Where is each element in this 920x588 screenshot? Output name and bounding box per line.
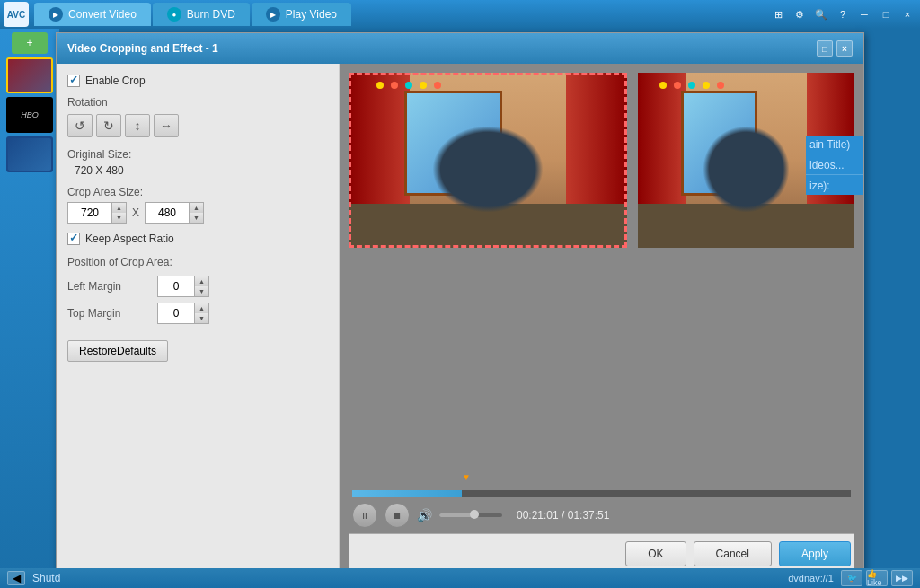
sidebar-thumb-3[interactable] — [6, 136, 53, 172]
left-margin-label: Left Margin — [67, 280, 157, 293]
dialog-action-buttons: OK Cancel Apply — [349, 533, 854, 570]
width-input-group: ▲ ▼ — [67, 202, 127, 224]
burn-icon: ● — [167, 7, 181, 22]
forward-icon[interactable]: ▶▶ — [891, 570, 913, 586]
lights-decoration — [376, 82, 627, 89]
keep-aspect-row: Keep Aspect Ratio — [67, 233, 328, 245]
crop-effect-dialog: Video Cropping and Effect - 1 □ × Enable… — [56, 32, 864, 580]
width-decrement-button[interactable]: ▼ — [111, 213, 126, 223]
twitter-icon[interactable]: 🐦 — [841, 570, 862, 586]
dialog-body: Enable Crop Rotation ↺ ↻ ↕ ↔ Original Si… — [57, 64, 863, 579]
left-margin-input-group: ▲ ▼ — [157, 276, 209, 297]
width-spin-buttons: ▲ ▼ — [111, 203, 126, 223]
cancel-button[interactable]: Cancel — [694, 541, 772, 566]
enable-crop-row: Enable Crop — [67, 75, 328, 87]
top-margin-increment-button[interactable]: ▲ — [194, 303, 208, 313]
dialog-title-bar: Video Cropping and Effect - 1 □ × — [57, 33, 863, 64]
playback-section: ▼ ⏸ ⏹ 🔊 00:21:01 / 01:37:51 — [349, 470, 854, 533]
rotate-left-button[interactable]: ↺ — [67, 114, 93, 137]
sidebar-thumb-1[interactable] — [6, 57, 53, 93]
volume-icon: 🔊 — [417, 508, 432, 522]
pause-button[interactable]: ⏸ — [352, 503, 377, 528]
progress-fill — [352, 490, 462, 497]
progress-marker-container: ▼ — [352, 470, 851, 483]
top-margin-input[interactable] — [158, 303, 194, 323]
dialog-close-btn[interactable]: × — [836, 40, 853, 57]
keep-aspect-checkbox[interactable] — [67, 233, 80, 245]
settings-btn[interactable]: ⚙ — [791, 5, 809, 23]
monitor-btn[interactable]: ⊞ — [769, 5, 787, 23]
sidebar-thumb-2[interactable]: HBO — [6, 97, 53, 133]
playback-controls: ⏸ ⏹ 🔊 00:21:01 / 01:37:51 — [352, 497, 851, 533]
width-increment-button[interactable]: ▲ — [111, 203, 126, 213]
height-spin-buttons: ▲ ▼ — [189, 203, 203, 223]
tab-convert[interactable]: ▶ Convert Video — [34, 3, 151, 26]
left-margin-row: Left Margin ▲ ▼ — [67, 276, 328, 297]
top-margin-row: Top Margin ▲ ▼ — [67, 303, 328, 324]
enable-crop-label: Enable Crop — [85, 75, 146, 87]
close-btn[interactable]: × — [898, 5, 916, 23]
tab-convert-label: Convert Video — [68, 8, 137, 21]
tab-burn-label: Burn DVD — [187, 8, 235, 21]
left-margin-input[interactable] — [158, 276, 194, 296]
crop-preview-container — [349, 73, 627, 261]
right-lights-decoration — [659, 82, 854, 89]
top-margin-decrement-button[interactable]: ▼ — [194, 313, 208, 323]
right-label-3[interactable]: ize): — [806, 177, 863, 195]
add-video-button[interactable]: + — [12, 32, 48, 54]
flip-vertical-button[interactable]: ↕ — [125, 114, 150, 137]
right-preview-chars — [703, 126, 789, 214]
status-bar: ◀ Shutd dvdnav://1 🐦 👍 Like ▶▶ — [0, 568, 920, 588]
restore-defaults-button[interactable]: RestoreDefaults — [67, 340, 168, 362]
search-btn[interactable]: 🔍 — [812, 5, 830, 23]
volume-slider[interactable] — [439, 513, 502, 517]
maximize-btn[interactable]: □ — [877, 5, 895, 23]
left-sidebar: + HBO — [0, 29, 59, 588]
rotation-section: Rotation ↺ ↻ ↕ ↔ — [67, 96, 328, 137]
app-logo: AVC — [4, 2, 29, 27]
facebook-like-icon[interactable]: 👍 Like — [866, 570, 888, 586]
tab-burn[interactable]: ● Burn DVD — [153, 3, 250, 26]
video-scene-left — [349, 73, 627, 248]
top-margin-label: Top Margin — [67, 307, 157, 320]
rotate-right-button[interactable]: ↻ — [96, 114, 121, 137]
dialog-title-buttons: □ × — [817, 40, 853, 57]
left-control-panel: Enable Crop Rotation ↺ ↻ ↕ ↔ Original Si… — [57, 64, 340, 579]
enable-crop-checkbox[interactable] — [67, 75, 80, 87]
preview-left-video — [349, 73, 627, 248]
main-area: + HBO Video Cropping and Effect - 1 □ × — [0, 29, 920, 588]
top-bar-actions: ⊞ ⚙ 🔍 ? ─ □ × — [769, 5, 916, 23]
width-input[interactable] — [68, 203, 111, 223]
status-left-btn[interactable]: ◀ — [7, 571, 25, 585]
tab-play-label: Play Video — [286, 8, 337, 21]
size-separator: X — [132, 206, 139, 219]
original-size-label: Original Size: — [67, 148, 328, 161]
flip-horizontal-button[interactable]: ↔ — [154, 114, 179, 137]
height-decrement-button[interactable]: ▼ — [189, 213, 203, 223]
status-path: dvdnav://1 — [788, 573, 834, 584]
ok-button[interactable]: OK — [625, 541, 686, 566]
height-input[interactable] — [146, 203, 189, 223]
top-bar: AVC ▶ Convert Video ● Burn DVD ▶ Play Vi… — [0, 0, 920, 29]
progress-bar[interactable] — [352, 490, 851, 497]
scene-characters — [432, 126, 544, 214]
rotation-label: Rotation — [67, 96, 328, 109]
minimize-btn[interactable]: ─ — [855, 5, 873, 23]
convert-icon: ▶ — [49, 7, 63, 22]
crop-area-label: Crop Area Size: — [67, 186, 328, 198]
left-margin-spin-buttons: ▲ ▼ — [194, 276, 208, 296]
apply-button[interactable]: Apply — [779, 541, 851, 566]
keep-aspect-label: Keep Aspect Ratio — [85, 233, 174, 245]
help-btn[interactable]: ? — [834, 5, 852, 23]
right-label-2[interactable]: ideos... — [806, 156, 863, 175]
left-margin-increment-button[interactable]: ▲ — [194, 276, 208, 286]
right-label-1[interactable]: ain Title) — [806, 136, 863, 154]
tab-play[interactable]: ▶ Play Video — [252, 3, 351, 26]
top-margin-input-group: ▲ ▼ — [157, 303, 209, 324]
rotation-buttons: ↺ ↻ ↕ ↔ — [67, 114, 328, 137]
left-margin-decrement-button[interactable]: ▼ — [194, 286, 208, 296]
status-text: Shutd — [32, 572, 781, 584]
height-increment-button[interactable]: ▲ — [189, 203, 203, 213]
stop-button[interactable]: ⏹ — [385, 503, 410, 528]
dialog-maximize-btn[interactable]: □ — [817, 40, 833, 57]
